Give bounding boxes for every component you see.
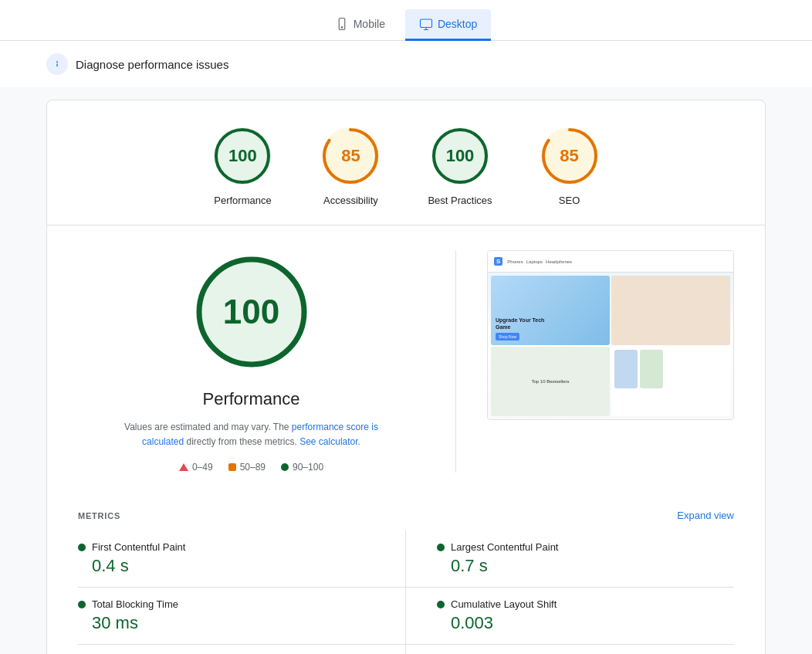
desc-prefix: Values are estimated and may vary. The — [124, 422, 292, 432]
ss-bottom-right — [611, 347, 730, 416]
tab-desktop-label: Desktop — [438, 18, 477, 30]
legend: 0–49 50–89 90–100 — [179, 462, 323, 473]
metric-fcp: First Contentful Paint 0.4 s — [78, 530, 406, 588]
ss-product-2 — [640, 350, 663, 388]
tab-mobile[interactable]: Mobile — [321, 9, 399, 41]
metric-si: Speed Index 0.9 s — [78, 645, 406, 654]
content-section: 100 Performance Values are estimated and… — [47, 225, 765, 497]
legend-green-range: 90–100 — [293, 462, 323, 473]
score-performance: 100 Performance — [211, 125, 273, 206]
ss-hero-btn: Shop Now — [496, 333, 519, 341]
mobile-icon — [335, 17, 349, 31]
metrics-title: METRICS — [78, 511, 120, 520]
metric-lcp: Largest Contentful Paint 0.7 s — [406, 530, 734, 588]
screenshot-preview: S Phones Laptops Headphones Upgrade Your… — [487, 250, 734, 420]
svg-rect-5 — [56, 63, 57, 66]
svg-point-4 — [56, 61, 58, 63]
ss-content: Upgrade Your TechGame Shop Now Top 10 Be… — [488, 273, 733, 419]
metric-fcp-dot — [78, 544, 86, 551]
desktop-icon — [419, 17, 433, 31]
square-icon — [228, 463, 236, 471]
score-label-performance: Performance — [214, 195, 271, 206]
legend-red-range: 0–49 — [192, 462, 213, 473]
right-panel: S Phones Laptops Headphones Upgrade Your… — [487, 250, 734, 420]
metric-tbt-label: Total Blocking Time — [92, 598, 178, 610]
legend-orange: 50–89 — [228, 462, 266, 473]
legend-orange-range: 50–89 — [240, 462, 266, 473]
metric-lcp-dot — [437, 544, 445, 551]
calculator-link[interactable]: See calculator. — [299, 436, 360, 447]
score-best-practices: 100 Best Practices — [428, 125, 492, 206]
metric-tbt: Total Blocking Time 30 ms — [78, 588, 406, 645]
screenshot-inner: S Phones Laptops Headphones Upgrade Your… — [488, 251, 733, 419]
big-score-circle: 100 — [190, 250, 313, 374]
ss-hero-text: Upgrade Your TechGame — [496, 317, 605, 330]
scores-section: 100 Performance 85 Accessibility — [47, 100, 765, 225]
metric-tbt-dot — [78, 601, 86, 608]
metric-cls-dot — [437, 601, 445, 608]
score-value-accessibility: 85 — [341, 146, 360, 166]
ss-bottom-left: Top 10 Bestsellers — [491, 347, 610, 416]
main-card: 100 Performance 85 Accessibility — [46, 100, 766, 654]
legend-green: 90–100 — [281, 462, 323, 473]
perf-title: Performance — [203, 389, 300, 409]
metric-lcp-label: Largest Contentful Paint — [451, 541, 558, 553]
ss-logo: S — [494, 257, 502, 266]
big-score-value: 100 — [223, 293, 279, 331]
ss-nav: Phones Laptops Headphones — [507, 259, 572, 264]
metrics-grid: First Contentful Paint 0.4 s Largest Con… — [78, 530, 734, 654]
score-label-best-practices: Best Practices — [428, 195, 492, 206]
metric-fcp-label-row: First Contentful Paint — [78, 541, 374, 553]
circle-icon — [281, 463, 289, 471]
svg-rect-2 — [420, 19, 431, 28]
tab-mobile-label: Mobile — [354, 18, 385, 30]
info-icon — [51, 58, 63, 70]
ss-header: S Phones Laptops Headphones — [488, 251, 733, 273]
diagnose-title: Diagnose performance issues — [76, 58, 228, 71]
score-circle-performance: 100 — [211, 125, 273, 187]
score-circle-best-practices: 100 — [429, 125, 491, 187]
score-accessibility: 85 Accessibility — [320, 125, 381, 206]
score-value-performance: 100 — [228, 146, 257, 166]
metric-tbt-value: 30 ms — [78, 613, 374, 633]
score-label-accessibility: Accessibility — [323, 195, 378, 206]
legend-red: 0–49 — [179, 462, 213, 473]
metrics-section: METRICS Expand view First Contentful Pai… — [47, 497, 765, 654]
ss-hero: Upgrade Your TechGame Shop Now — [491, 276, 610, 345]
diagnose-bar: Diagnose performance issues — [0, 41, 812, 87]
tab-desktop[interactable]: Desktop — [405, 9, 491, 41]
metrics-header: METRICS Expand view — [78, 497, 734, 530]
diagnose-icon — [46, 53, 68, 75]
metric-fcp-value: 0.4 s — [78, 556, 374, 576]
ss-product-1 — [614, 350, 638, 388]
score-circle-seo: 85 — [539, 125, 601, 187]
desc-suffix: directly from these metrics. — [184, 436, 299, 447]
score-circle-accessibility: 85 — [320, 125, 381, 187]
ss-promo-text: Top 10 Bestsellers — [528, 376, 572, 387]
tab-bar: Mobile Desktop — [0, 0, 812, 41]
svg-point-1 — [341, 27, 343, 29]
metric-lcp-value: 0.7 s — [437, 556, 734, 576]
metric-cls: Cumulative Layout Shift 0.003 — [406, 588, 734, 645]
score-value-best-practices: 100 — [446, 146, 475, 166]
ss-side-panel — [611, 276, 730, 345]
ss-nav-item: Headphones — [546, 259, 572, 264]
triangle-icon — [179, 463, 188, 471]
expand-view-button[interactable]: Expand view — [677, 510, 734, 521]
metric-lcp-label-row: Largest Contentful Paint — [437, 541, 734, 553]
ss-nav-item: Laptops — [526, 259, 543, 264]
section-divider — [455, 250, 456, 473]
metric-cls-value: 0.003 — [437, 613, 734, 633]
metric-cls-label-row: Cumulative Layout Shift — [437, 598, 734, 610]
metric-fcp-label: First Contentful Paint — [92, 541, 185, 553]
score-value-seo: 85 — [560, 146, 578, 166]
metric-tbt-label-row: Total Blocking Time — [78, 598, 374, 610]
left-panel: 100 Performance Values are estimated and… — [78, 250, 425, 473]
score-label-seo: SEO — [559, 195, 580, 206]
perf-description: Values are estimated and may vary. The p… — [105, 420, 398, 449]
score-seo: 85 SEO — [539, 125, 601, 206]
metric-cls-label: Cumulative Layout Shift — [451, 598, 557, 610]
ss-nav-item: Phones — [507, 259, 523, 264]
